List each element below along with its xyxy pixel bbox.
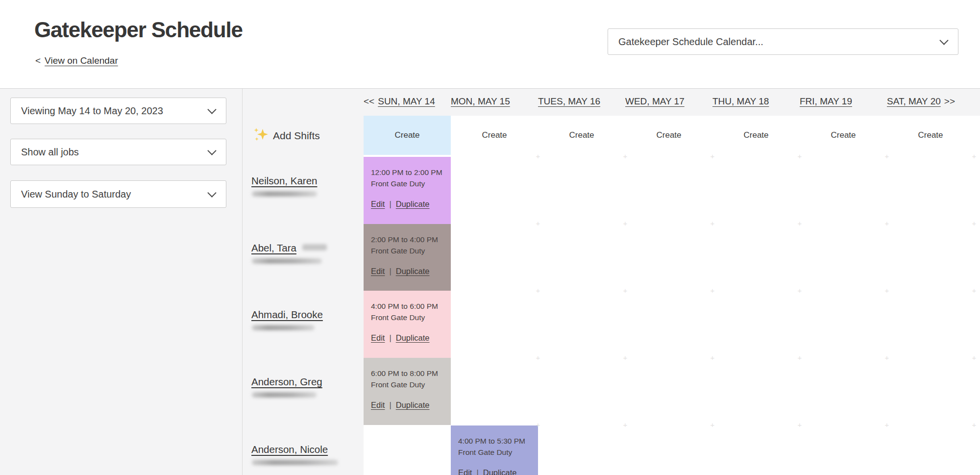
create-cell-thu[interactable]: Create — [712, 116, 800, 155]
add-shift-plus-marker[interactable]: + — [972, 353, 977, 362]
next-week-button[interactable]: >> — [944, 96, 955, 106]
redacted-contact-info — [252, 460, 338, 465]
add-shift-plus-marker[interactable]: + — [710, 219, 715, 227]
create-cell-tues[interactable]: Create — [538, 116, 625, 155]
create-cell-wed[interactable]: Create — [625, 116, 712, 155]
day-link-mon[interactable]: MON, MAY 15 — [451, 96, 510, 106]
redacted-name-part — [302, 244, 327, 250]
day-link-sun[interactable]: SUN, MAY 14 — [378, 96, 435, 106]
shift-time: 2:00 PM to 4:00 PM — [371, 234, 446, 245]
add-shift-plus-marker[interactable]: + — [885, 219, 889, 227]
week-view-select[interactable]: View Sunday to Saturday — [10, 180, 226, 208]
gatekeeper-schedule-page: Gatekeeper Schedule <View on Calendar Ga… — [0, 0, 980, 475]
day-header-sun: <<SUN, MAY 14 — [364, 96, 451, 107]
date-range-select[interactable]: Viewing May 14 to May 20, 2023 — [10, 98, 226, 124]
day-link-tues[interactable]: TUES, MAY 16 — [538, 96, 600, 106]
add-shift-plus-marker[interactable]: + — [972, 421, 977, 429]
duplicate-link[interactable]: Duplicate — [396, 333, 430, 342]
chevron-down-icon — [207, 188, 216, 197]
employee-name-link[interactable]: Abel, Tara — [251, 242, 327, 254]
day-link-thu[interactable]: THU, MAY 18 — [712, 96, 769, 106]
back-chevron: < — [35, 55, 41, 66]
shift-job: Front Gate Duty — [371, 245, 446, 256]
day-header-tues: TUES, MAY 16 — [538, 96, 625, 107]
add-shift-plus-marker[interactable]: + — [972, 152, 977, 160]
duplicate-link[interactable]: Duplicate — [396, 400, 430, 409]
add-shift-plus-marker[interactable]: + — [710, 286, 715, 295]
week-view-select-value: View Sunday to Saturday — [21, 189, 131, 200]
employee-name-link[interactable]: Neilson, Karen — [251, 175, 317, 187]
edit-link[interactable]: Edit — [371, 333, 385, 342]
day-header-fri: FRI, MAY 19 — [800, 96, 887, 107]
shift-time: 4:00 PM to 6:00 PM — [371, 300, 446, 312]
date-range-select-value: Viewing May 14 to May 20, 2023 — [21, 105, 163, 117]
page-title: Gatekeeper Schedule — [34, 18, 243, 42]
view-on-calendar-link[interactable]: View on Calendar — [45, 55, 118, 66]
add-shift-plus-marker[interactable]: + — [885, 421, 889, 429]
add-shift-plus-marker[interactable]: + — [623, 152, 628, 160]
add-shift-plus-marker[interactable]: + — [623, 353, 628, 362]
edit-link[interactable]: Edit — [458, 468, 472, 475]
shift-card[interactable]: 2:00 PM to 4:00 PMFront Gate DutyEdit|Du… — [364, 224, 451, 291]
prev-week-button[interactable]: << — [364, 96, 374, 106]
create-cell-sun[interactable]: Create — [364, 116, 451, 155]
calendar-select[interactable]: Gatekeeper Schedule Calendar... — [608, 28, 958, 55]
shift-job: Front Gate Duty — [458, 447, 533, 458]
create-cell-mon[interactable]: Create — [451, 116, 538, 155]
add-shift-plus-marker[interactable]: + — [885, 286, 889, 295]
add-shift-plus-marker[interactable]: + — [623, 421, 628, 429]
add-shift-plus-marker[interactable]: + — [710, 353, 715, 362]
create-cell-sat[interactable]: Create — [887, 116, 974, 155]
employee-name-link[interactable]: Anderson, Greg — [251, 376, 322, 388]
day-header-wed: WED, MAY 17 — [625, 96, 712, 107]
add-shift-plus-marker[interactable]: + — [623, 286, 628, 295]
shift-card[interactable]: 4:00 PM to 6:00 PMFront Gate DutyEdit|Du… — [364, 291, 451, 358]
shift-job: Front Gate Duty — [371, 379, 446, 390]
add-shift-plus-marker[interactable]: + — [885, 353, 889, 362]
duplicate-link[interactable]: Duplicate — [483, 468, 517, 475]
action-separator: | — [389, 267, 391, 275]
header-divider — [0, 88, 980, 89]
shift-time: 12:00 PM to 2:00 PM — [371, 167, 446, 178]
shift-job: Front Gate Duty — [371, 178, 446, 189]
shift-actions: Edit|Duplicate — [371, 199, 446, 210]
shift-actions: Edit|Duplicate — [371, 332, 446, 344]
add-shift-plus-marker[interactable]: + — [798, 286, 802, 295]
add-shift-plus-marker[interactable]: + — [536, 152, 540, 160]
shift-card[interactable]: 6:00 PM to 8:00 PMFront Gate DutyEdit|Du… — [364, 358, 451, 425]
shift-card[interactable]: 12:00 PM to 2:00 PMFront Gate DutyEdit|D… — [364, 157, 451, 224]
add-shift-plus-marker[interactable]: + — [536, 421, 540, 429]
redacted-contact-info — [252, 392, 317, 398]
add-shift-plus-marker[interactable]: + — [710, 152, 715, 160]
employee-name-link[interactable]: Anderson, Nicole — [251, 444, 328, 455]
shift-card[interactable]: 4:00 PM to 5:30 PMFront Gate DutyEdit|Du… — [451, 425, 538, 475]
jobs-filter-select[interactable]: Show all jobs — [10, 139, 226, 165]
add-shift-plus-marker[interactable]: + — [536, 219, 540, 227]
day-link-fri[interactable]: FRI, MAY 19 — [800, 96, 852, 106]
add-shift-plus-marker[interactable]: + — [972, 219, 977, 227]
add-shifts-label: Add Shifts — [273, 130, 320, 141]
add-shift-plus-marker[interactable]: + — [798, 353, 802, 362]
add-shift-plus-marker[interactable]: + — [972, 286, 977, 295]
add-shift-plus-marker[interactable]: + — [798, 219, 802, 227]
add-shift-plus-marker[interactable]: + — [798, 421, 802, 429]
day-link-sat[interactable]: SAT, MAY 20 — [887, 96, 941, 106]
edit-link[interactable]: Edit — [371, 400, 385, 409]
day-link-wed[interactable]: WED, MAY 17 — [625, 96, 685, 106]
breadcrumb: <View on Calendar — [35, 55, 118, 66]
add-shift-plus-marker[interactable]: + — [710, 421, 715, 429]
edit-link[interactable]: Edit — [371, 200, 385, 208]
add-shift-plus-marker[interactable]: + — [798, 152, 802, 160]
duplicate-link[interactable]: Duplicate — [396, 200, 430, 208]
redacted-contact-info — [252, 258, 322, 264]
add-shift-plus-marker[interactable]: + — [536, 353, 540, 362]
add-shift-plus-marker[interactable]: + — [623, 219, 628, 227]
employee-name-link[interactable]: Ahmadi, Brooke — [251, 309, 323, 321]
edit-link[interactable]: Edit — [371, 267, 385, 275]
create-cell-fri[interactable]: Create — [800, 116, 887, 155]
duplicate-link[interactable]: Duplicate — [396, 267, 430, 275]
add-shift-plus-marker[interactable]: + — [885, 152, 889, 160]
add-shifts-button[interactable]: Add Shifts — [252, 126, 320, 143]
sparkles-icon — [252, 126, 269, 143]
add-shift-plus-marker[interactable]: + — [536, 286, 540, 295]
